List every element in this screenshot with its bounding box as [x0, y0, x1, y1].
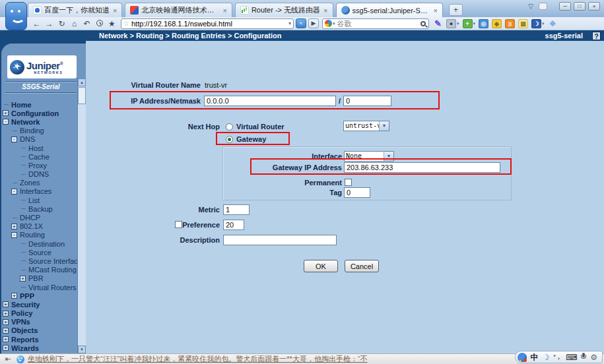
sidebar-item-dhcp[interactable]: DHCP — [1, 213, 77, 222]
collapse-minus-icon[interactable]: - — [3, 119, 9, 125]
tab-close-icon[interactable]: × — [433, 7, 438, 15]
expand-plus-icon[interactable]: + — [3, 336, 9, 342]
reload-icon[interactable]: ↻ — [55, 19, 68, 28]
description-input[interactable] — [223, 235, 337, 245]
gesture-extension-icon[interactable]: ❖ — [548, 19, 558, 28]
collapse-minus-icon[interactable]: - — [11, 232, 17, 238]
expand-plus-icon[interactable]: + — [3, 319, 9, 325]
sidebar-item-zones[interactable]: Zones — [1, 179, 77, 187]
address-input[interactable] — [131, 20, 288, 28]
browser-menu-button[interactable] — [5, 2, 27, 30]
app-panel-icon[interactable] — [539, 3, 547, 10]
gateway-radio[interactable] — [226, 136, 233, 143]
ip-address-input[interactable] — [204, 96, 336, 106]
sidebar-item-configuration[interactable]: +Configuration — [1, 109, 77, 117]
ime-logo-icon[interactable] — [518, 353, 527, 362]
sidebar-item-policy[interactable]: +Policy — [1, 309, 77, 318]
expand-plus-icon[interactable]: + — [11, 224, 17, 229]
addons-package-icon[interactable]: +▾ — [463, 19, 476, 28]
tab-close-icon[interactable]: × — [323, 7, 328, 15]
forward-icon[interactable]: → — [43, 19, 55, 28]
yellow-tag-icon[interactable]: ◆ — [492, 19, 502, 28]
sidebar-item-binding[interactable]: Binding — [1, 127, 77, 135]
sidebar-item-802-1x[interactable]: +802.1X — [1, 222, 77, 231]
ime-moon-icon[interactable]: ☽ — [543, 353, 550, 361]
help-button[interactable]: ? — [592, 32, 601, 40]
sidebar-item-wizards[interactable]: +Wizards — [1, 344, 77, 352]
expand-plus-icon[interactable]: + — [3, 110, 9, 116]
quick-dial-icon[interactable]: ≈ — [296, 18, 306, 28]
sidebar-item-interfaces[interactable]: -Interfaces — [1, 187, 77, 196]
rss-feed-icon[interactable]: )) — [505, 19, 515, 28]
netmask-input[interactable] — [343, 96, 391, 106]
close-button[interactable]: × — [588, 2, 600, 11]
chevron-down-icon[interactable]: ▾ — [542, 21, 545, 26]
edit-pencil-icon[interactable]: ✎ — [433, 19, 443, 28]
tab-router[interactable]: Router -> 无线路由器× — [235, 3, 333, 17]
url-bar[interactable]: ☆ ▾ — [121, 18, 294, 29]
virtual-router-radio[interactable] — [226, 123, 233, 131]
screenshot-camera-icon[interactable]: ●▾ — [446, 19, 459, 28]
tab-[interactable]: 百度一下，你就知道× — [28, 3, 122, 17]
new-tab-button[interactable]: + — [449, 4, 463, 16]
expand-plus-icon[interactable]: + — [3, 311, 9, 317]
history-clock-icon[interactable] — [93, 19, 106, 28]
tab-close-icon[interactable]: × — [112, 7, 117, 15]
tag-input[interactable] — [344, 187, 370, 198]
gateway-ip-input[interactable] — [344, 162, 500, 173]
url-dropdown-icon[interactable]: ▾ — [288, 20, 291, 26]
search-magnifier-icon[interactable] — [420, 21, 426, 26]
chevron-down-icon[interactable]: ▾ — [457, 21, 459, 26]
expand-plus-icon[interactable]: + — [3, 301, 9, 307]
sidebar-item-ppp[interactable]: +PPP — [1, 291, 77, 300]
minimize-button[interactable]: ─ — [559, 2, 571, 11]
ime-keyboard-icon[interactable]: ⌨ — [566, 353, 577, 361]
go-button-icon[interactable]: ▶ — [308, 18, 319, 28]
sidebar-scrollbar[interactable]: ▲ ▼ — [77, 78, 86, 353]
sidebar-item-proxy[interactable]: Proxy — [1, 161, 77, 169]
tab-close-icon[interactable]: × — [222, 7, 227, 15]
scroll-up-icon[interactable]: ▲ — [78, 78, 86, 86]
status-ticker-link[interactable]: 坐地铁刚下，一只警犬“汪汪”叫着冲我扑过来，紧紧咬住我的包。警犬后面跟着一**大… — [28, 354, 368, 364]
search-box[interactable]: ▾ — [322, 18, 429, 29]
back-icon[interactable]: ← — [30, 19, 43, 28]
chevron-down-icon[interactable]: ▾ — [473, 21, 476, 26]
tab-[interactable]: 北京映翰通网络技术有限公司× — [125, 3, 232, 17]
sidebar-item-list[interactable]: List — [1, 196, 77, 204]
dock-left-icon[interactable]: ⇤ — [3, 355, 13, 363]
search-input[interactable] — [337, 20, 420, 28]
ime-mic-icon[interactable] — [581, 353, 586, 361]
image-search-icon[interactable]: ◎ — [479, 19, 488, 28]
permanent-checkbox[interactable] — [345, 179, 352, 186]
scrollbar-thumb[interactable] — [78, 87, 86, 104]
scroll-down-icon[interactable]: ▼ — [78, 346, 86, 353]
ok-button[interactable]: OK — [304, 260, 338, 272]
sidebar-item-mcast-routing[interactable]: MCast Routing — [1, 266, 77, 274]
expand-plus-icon[interactable]: + — [20, 276, 26, 282]
sidebar-item-pbr[interactable]: +PBR — [1, 274, 77, 283]
interface-select[interactable]: None ▼ — [344, 151, 394, 162]
undo-icon[interactable]: ↶ — [81, 19, 93, 28]
maximize-button[interactable]: □ — [574, 2, 586, 11]
expand-plus-icon[interactable]: + — [11, 293, 17, 299]
sidebar-item-virtual-routers[interactable]: Virtual Routers — [1, 283, 77, 291]
sidebar-item-reports[interactable]: +Reports — [1, 335, 77, 344]
sidebar-item-network[interactable]: -Network — [1, 117, 77, 126]
night-mode-moon-icon[interactable]: ☽▾ — [531, 19, 545, 28]
sidebar-item-vpns[interactable]: +VPNs — [1, 318, 77, 326]
virtual-router-select[interactable]: untrust-vr ▼ — [343, 121, 389, 131]
google-icon[interactable] — [325, 20, 332, 27]
sidebar-item-destination[interactable]: Destination — [1, 239, 77, 248]
sticky-note-icon[interactable]: ▤ — [518, 19, 528, 28]
sidebar-item-home[interactable]: Home — [1, 100, 77, 109]
sidebar-item-host[interactable]: Host — [1, 144, 77, 152]
qq-smiley-icon[interactable] — [17, 355, 24, 363]
sidebar-item-routing[interactable]: -Routing — [1, 231, 77, 239]
ime-punctuation-icon[interactable]: °， — [553, 354, 562, 360]
bookmark-this-star-icon[interactable]: ☆ — [123, 20, 129, 27]
sidebar-item-cache[interactable]: Cache — [1, 152, 77, 161]
tab-list-dropdown-icon[interactable]: ▽ — [528, 3, 533, 10]
home-icon[interactable]: ⌂ — [68, 19, 81, 28]
sidebar-item-dns[interactable]: -DNS — [1, 135, 77, 144]
sidebar-item-source[interactable]: Source — [1, 248, 77, 257]
